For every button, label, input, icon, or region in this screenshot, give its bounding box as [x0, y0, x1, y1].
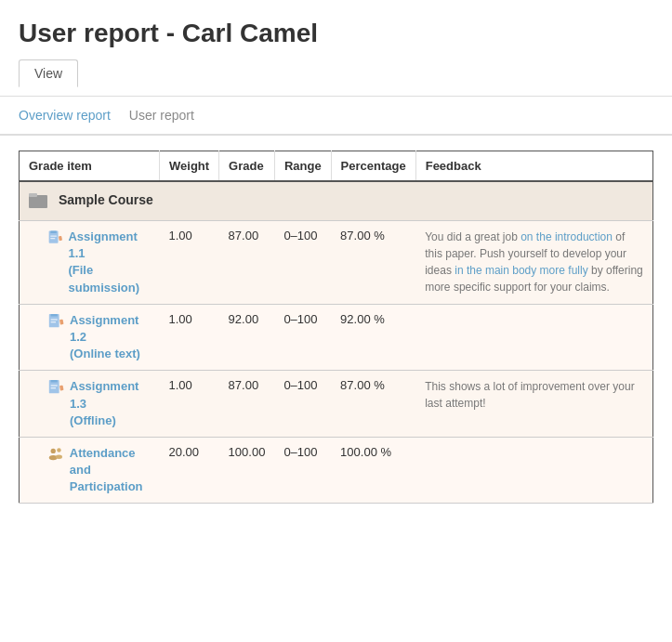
- grade-value: 100.00: [229, 445, 266, 459]
- svg-rect-14: [51, 386, 58, 387]
- svg-rect-4: [50, 236, 57, 237]
- range-value: 0–100: [283, 378, 317, 392]
- grade-value: 92.00: [229, 312, 259, 326]
- tab-view[interactable]: View: [19, 59, 78, 87]
- svg-rect-8: [51, 314, 58, 317]
- svg-rect-13: [51, 380, 58, 383]
- item-subname: (Offline): [70, 413, 151, 429]
- item-subname: Participation: [70, 478, 151, 495]
- table-row: Assignment 1.1 (File submission) 1.00 87…: [20, 221, 653, 305]
- assignment-icon: [47, 312, 64, 331]
- percentage-cell: 100.00 %: [331, 437, 415, 504]
- col-percentage: Percentage: [331, 151, 415, 182]
- weight-value: 1.00: [169, 312, 192, 326]
- percentage-value: 87.00 %: [340, 378, 385, 392]
- item-cell: Attendance and Participation: [20, 437, 160, 504]
- assignment-icon: [47, 378, 64, 397]
- svg-rect-11: [59, 319, 63, 324]
- range-cell: 0–100: [274, 221, 331, 305]
- svg-point-17: [51, 449, 56, 453]
- item-cell: Assignment 1.2 (Online text): [20, 304, 160, 371]
- course-name-label: Sample Course: [59, 192, 153, 207]
- grade-value: 87.00: [229, 378, 259, 392]
- nav-links: Overview report User report: [0, 97, 672, 136]
- item-name[interactable]: Assignment 1.2: [70, 313, 138, 344]
- weight-cell: 1.00: [160, 304, 219, 371]
- svg-point-19: [57, 448, 60, 452]
- course-header-row: Sample Course: [20, 181, 653, 221]
- grade-cell: 87.00: [219, 221, 275, 305]
- page-header: User report - Carl Camel View: [0, 0, 672, 97]
- item-name[interactable]: Attendance and: [70, 446, 136, 477]
- page-title: User report - Carl Camel: [19, 19, 653, 48]
- weight-value: 1.00: [169, 229, 192, 242]
- percentage-cell: 92.00 %: [331, 304, 415, 371]
- svg-rect-10: [51, 321, 56, 322]
- feedback-text: You did a great job on the introduction …: [425, 230, 643, 294]
- range-cell: 0–100: [274, 304, 331, 371]
- svg-rect-9: [51, 319, 58, 320]
- nav-overview-report[interactable]: Overview report: [19, 108, 111, 123]
- col-range: Range: [274, 151, 331, 182]
- svg-rect-0: [29, 195, 47, 208]
- item-name[interactable]: Assignment 1.1: [68, 229, 137, 260]
- percentage-cell: 87.00 %: [331, 371, 415, 438]
- tabs-bar: View: [19, 59, 653, 86]
- item-cell: Assignment 1.1 (File submission): [20, 221, 160, 305]
- weight-cell: 1.00: [160, 221, 219, 305]
- col-feedback: Feedback: [415, 151, 652, 182]
- range-value: 0–100: [283, 445, 317, 459]
- item-cell: Assignment 1.3 (Offline): [20, 371, 160, 438]
- grade-cell: 100.00: [219, 437, 275, 504]
- feedback-cell: [415, 304, 652, 371]
- table-row: Assignment 1.3 (Offline) 1.00 87.00 0–10…: [20, 371, 653, 438]
- grade-value: 87.00: [229, 229, 259, 242]
- content-area: Grade item Weight Grade Range Percentage…: [0, 136, 672, 518]
- course-name-cell: Sample Course: [20, 181, 653, 221]
- weight-cell: 20.00: [160, 437, 219, 504]
- range-cell: 0–100: [274, 371, 331, 438]
- percentage-value: 87.00 %: [340, 229, 385, 242]
- svg-rect-5: [50, 238, 55, 239]
- item-subname: (Online text): [70, 346, 151, 362]
- percentage-cell: 87.00 %: [331, 221, 415, 305]
- col-weight: Weight: [160, 151, 219, 182]
- feedback-text: This shows a lot of improvement over you…: [425, 380, 634, 410]
- svg-rect-1: [29, 193, 37, 197]
- feedback-cell: You did a great job on the introduction …: [415, 221, 652, 305]
- svg-rect-16: [59, 386, 63, 391]
- grade-cell: 92.00: [219, 304, 275, 371]
- svg-rect-3: [50, 231, 57, 233]
- table-row: Attendance and Participation 20.00 100.0…: [20, 437, 653, 504]
- item-subname: (File submission): [68, 262, 150, 295]
- col-grade-item: Grade item: [20, 151, 160, 182]
- folder-icon: [29, 191, 47, 211]
- svg-rect-15: [51, 387, 56, 388]
- feedback-cell: [415, 437, 652, 504]
- range-value: 0–100: [283, 229, 317, 242]
- weight-cell: 1.00: [160, 371, 219, 438]
- table-header-row: Grade item Weight Grade Range Percentage…: [20, 151, 653, 182]
- weight-value: 20.00: [169, 445, 200, 459]
- assignment-icon: [47, 229, 62, 247]
- grade-cell: 87.00: [219, 371, 275, 438]
- col-grade: Grade: [219, 151, 275, 182]
- percentage-value: 100.00 %: [340, 445, 391, 459]
- item-name[interactable]: Assignment 1.3: [70, 379, 138, 410]
- weight-value: 1.00: [169, 378, 192, 392]
- grade-table: Grade item Weight Grade Range Percentage…: [19, 151, 653, 504]
- svg-rect-6: [59, 236, 62, 241]
- svg-point-20: [56, 454, 62, 458]
- nav-user-report[interactable]: User report: [129, 108, 194, 123]
- percentage-value: 92.00 %: [340, 312, 385, 326]
- table-row: Assignment 1.2 (Online text) 1.00 92.00 …: [20, 304, 653, 371]
- attendance-icon: [47, 445, 64, 464]
- range-value: 0–100: [283, 312, 317, 326]
- range-cell: 0–100: [274, 437, 331, 504]
- feedback-cell: This shows a lot of improvement over you…: [415, 371, 652, 438]
